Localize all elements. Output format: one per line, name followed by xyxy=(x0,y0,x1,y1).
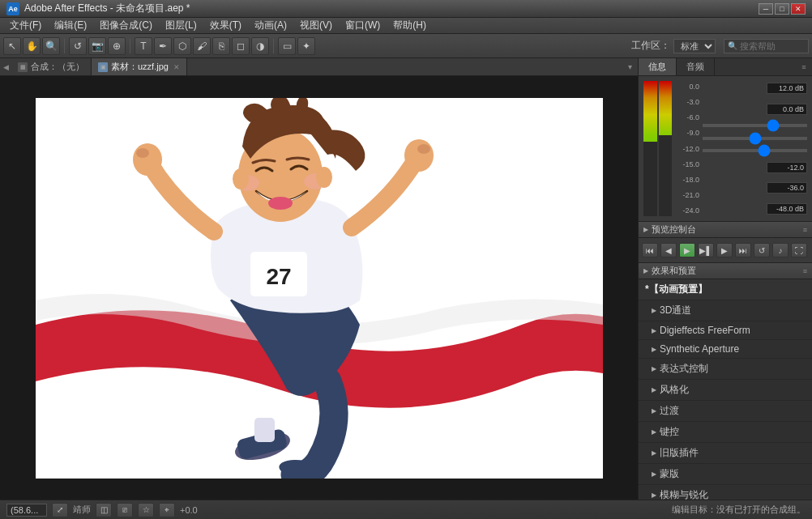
footage-tab-close[interactable]: ✕ xyxy=(173,63,180,71)
select-tool[interactable]: ↖ xyxy=(3,37,21,55)
audio-button[interactable]: ♪ xyxy=(772,243,788,257)
hand-tool[interactable]: ✋ xyxy=(23,37,41,55)
svg-text:27: 27 xyxy=(266,264,291,289)
audio-panel: 0.0 -3.0 -6.0 -9.0 -12.0 -15.0 -18.0 -21… xyxy=(639,76,812,222)
tab-scroll-left[interactable]: ◀ xyxy=(0,58,11,75)
preview-triangle: ▶ xyxy=(643,226,648,233)
play-audio-button[interactable]: ▶▌ xyxy=(698,243,714,257)
db-labels-left: 0.0 -3.0 -6.0 -9.0 -12.0 -15.0 -18.0 -21… xyxy=(675,81,699,216)
menu-item-l[interactable]: 图层(L) xyxy=(159,17,203,34)
audio-tab[interactable]: 音频 xyxy=(677,58,715,75)
menu-item-c[interactable]: 图像合成(C) xyxy=(93,17,159,34)
pan-tool[interactable]: ⊕ xyxy=(108,37,126,55)
shape-tool[interactable]: ▭ xyxy=(278,37,296,55)
mask-tool[interactable]: ⬡ xyxy=(173,37,191,55)
effects-item-10[interactable]: ▶模糊与锐化 xyxy=(639,485,812,500)
effects-item-5[interactable]: ▶风格化 xyxy=(639,380,812,401)
menu-item-h[interactable]: 帮助(H) xyxy=(387,17,433,34)
search-input[interactable] xyxy=(740,41,805,51)
db-readout-top: 12.0 dB xyxy=(767,83,807,94)
preview-header-label: 预览控制台 xyxy=(652,223,696,236)
effects-item-triangle-9: ▶ xyxy=(652,470,656,478)
svg-point-9 xyxy=(404,139,434,172)
roto-tool[interactable]: ◑ xyxy=(251,37,269,55)
goto-start-button[interactable]: ⏮ xyxy=(642,243,658,257)
comp-tab-icon: ▦ xyxy=(18,62,28,72)
text-tool[interactable]: T xyxy=(135,37,152,55)
loop-button[interactable]: ↺ xyxy=(754,243,770,257)
status-icon-3[interactable]: ☆ xyxy=(138,503,154,517)
effects-item-7[interactable]: ▶键控 xyxy=(639,422,812,443)
menu-item-v[interactable]: 视图(V) xyxy=(293,17,339,34)
tool-sep-2 xyxy=(130,39,130,53)
titlebar-title: Adobe After Effects - 未命名项目.aep * xyxy=(24,2,190,15)
titlebar-left: Ae Adobe After Effects - 未命名项目.aep * xyxy=(6,2,190,15)
effects-item-2[interactable]: ▶Digieffects FreeForm xyxy=(639,321,812,340)
left-panel: ◀ ▦ 合成：（无） ▣ 素材：uzzf.jpg ✕ ▾ xyxy=(0,58,638,500)
svg-point-8 xyxy=(136,148,149,158)
db-readout-5: -48.0 dB xyxy=(767,203,807,215)
workspace-select[interactable]: 标准 xyxy=(673,39,716,53)
audio-slider-3[interactable] xyxy=(703,149,807,152)
close-button[interactable]: ✕ xyxy=(791,3,806,15)
tab-menu-button[interactable]: ▾ xyxy=(622,58,638,75)
menu-item-w[interactable]: 窗口(W) xyxy=(339,17,387,34)
effects-item-1[interactable]: ▶3D通道 xyxy=(639,300,812,321)
effects-item-4[interactable]: ▶表达式控制 xyxy=(639,359,812,380)
camera-tool[interactable]: 📷 xyxy=(88,37,106,55)
svg-point-16 xyxy=(233,168,249,189)
effects-header-menu[interactable]: ≡ xyxy=(803,267,807,275)
effects-item-3[interactable]: ▶Synthetic Aperture xyxy=(639,340,812,359)
svg-rect-3 xyxy=(254,418,275,442)
pen-tool[interactable]: ✒ xyxy=(154,37,172,55)
vu-overlay-right xyxy=(659,135,673,216)
paint-tool[interactable]: 🖌 xyxy=(193,37,211,55)
effects-item-9[interactable]: ▶蒙版 xyxy=(639,464,812,485)
effects-item-6[interactable]: ▶过渡 xyxy=(639,401,812,422)
audio-slider-1[interactable] xyxy=(703,124,807,127)
clone-tool[interactable]: ⎘ xyxy=(212,37,230,55)
tab-footage[interactable]: ▣ 素材：uzzf.jpg ✕ xyxy=(92,58,187,75)
effects-item-label-9: 蒙版 xyxy=(660,467,679,481)
menu-item-f[interactable]: 文件(F) xyxy=(3,17,48,34)
menu-item-t[interactable]: 效果(T) xyxy=(203,17,248,34)
tool-sep-3 xyxy=(273,39,274,53)
tab-composition[interactable]: ▦ 合成：（无） xyxy=(11,58,92,75)
footage-tab-icon: ▣ xyxy=(98,62,108,72)
coordinates-display: +0.0 xyxy=(180,505,198,515)
tool-sep-1 xyxy=(64,39,65,53)
canvas-area[interactable]: 27 xyxy=(0,76,638,500)
status-icon-4[interactable]: ⌖ xyxy=(159,503,175,517)
menu-item-e[interactable]: 编辑(E) xyxy=(48,17,93,34)
fit-button[interactable]: ⤢ xyxy=(52,503,68,517)
puppet-tool[interactable]: ✦ xyxy=(297,37,315,55)
info-tab[interactable]: 信息 xyxy=(639,58,677,75)
rotate-tool[interactable]: ↺ xyxy=(69,37,87,55)
full-screen-button[interactable]: ⛶ xyxy=(791,243,807,257)
zoom-tool[interactable]: 🔍 xyxy=(42,37,60,55)
effects-item-0[interactable]: *【动画预置】 xyxy=(639,279,812,300)
step-forward-button[interactable]: ▶ xyxy=(716,243,733,257)
slider-row-3 xyxy=(703,149,807,152)
effects-header-label: 效果和预置 xyxy=(652,265,696,277)
audio-slider-2[interactable] xyxy=(703,137,807,140)
menubar: 文件(F)编辑(E)图像合成(C)图层(L)效果(T)动画(A)视图(V)窗口(… xyxy=(0,18,812,34)
step-back-button[interactable]: ◀ xyxy=(660,243,677,257)
panel-menu-icon[interactable]: ≡ xyxy=(796,58,812,75)
effects-item-8[interactable]: ▶旧版插件 xyxy=(639,443,812,464)
maximize-button[interactable]: □ xyxy=(775,3,789,15)
search-box[interactable]: 🔍 xyxy=(724,39,809,53)
status-icon-1[interactable]: ◫ xyxy=(96,503,112,517)
play-button[interactable]: ▶ xyxy=(679,243,695,257)
db-readout-4: -36.0 xyxy=(767,182,807,194)
slider-row-2 xyxy=(703,137,807,140)
goto-end-button[interactable]: ⏭ xyxy=(735,243,751,257)
status-icon-2[interactable]: ⎚ xyxy=(117,503,133,517)
db-readout-3: -12.0 xyxy=(767,162,807,173)
minimize-button[interactable]: ─ xyxy=(759,3,773,15)
vu-bar-left xyxy=(643,81,657,216)
eraser-tool[interactable]: ◻ xyxy=(232,37,250,55)
menu-item-a[interactable]: 动画(A) xyxy=(248,17,293,34)
effects-item-label-5: 风格化 xyxy=(660,383,689,397)
preview-header-menu[interactable]: ≡ xyxy=(803,226,807,234)
